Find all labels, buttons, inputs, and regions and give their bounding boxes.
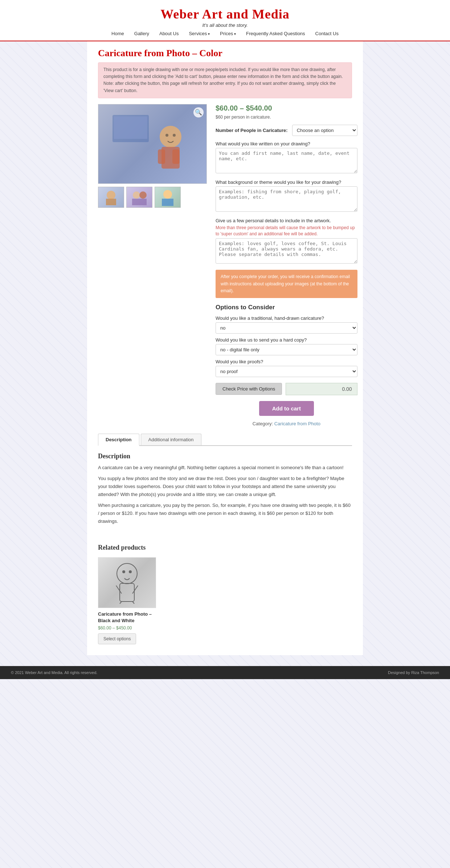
svg-point-16 [122, 570, 125, 573]
svg-rect-18 [120, 583, 134, 602]
svg-point-7 [173, 134, 176, 137]
related-image-placeholder [98, 558, 156, 608]
nav-home[interactable]: Home [111, 31, 124, 36]
thumbnail-row [98, 187, 207, 208]
category-link[interactable]: Caricature from Photo [274, 421, 320, 426]
nav-faq[interactable]: Frequently Asked Questions [246, 31, 305, 36]
tab-additional-info[interactable]: Additional information [141, 434, 201, 445]
proofs-label: Would you like proofs? [216, 359, 357, 364]
svg-rect-5 [172, 149, 180, 164]
nav-services[interactable]: Services [189, 31, 210, 36]
hard-copy-option: Would you like us to send you a hard cop… [216, 337, 357, 355]
related-products-section: Related products [98, 544, 352, 644]
desc-paragraph-3: When purchasing a caricature, you pay by… [98, 501, 352, 525]
hard-copy-select[interactable]: no - digital file only yes [216, 344, 357, 355]
svg-point-15 [117, 563, 137, 584]
traditional-label: Would you like a traditional, hand-drawn… [216, 315, 357, 321]
svg-point-6 [165, 134, 168, 137]
site-header: Weber Art and Media It's all about the s… [0, 0, 450, 41]
price-range: $60.00 – $540.00 [216, 104, 357, 112]
number-of-people-select[interactable]: Choose an option 1 2 3 4 5 6 [292, 125, 357, 136]
related-image-1[interactable] [98, 557, 156, 608]
nav-gallery[interactable]: Gallery [134, 31, 149, 36]
written-textarea[interactable] [216, 148, 357, 173]
svg-point-8 [107, 191, 115, 199]
product-info: $60.00 – $540.00 $60 per person in caric… [216, 104, 357, 426]
product-layout: 🔍 [98, 104, 352, 426]
check-price-row: Check Price with Options 0.00 [216, 383, 357, 395]
svg-point-11 [139, 191, 147, 199]
tab-description[interactable]: Description [98, 434, 139, 446]
svg-rect-12 [132, 199, 147, 205]
personal-label: Give us a few personal details to includ… [216, 218, 357, 223]
svg-rect-1 [114, 116, 147, 139]
svg-point-2 [160, 126, 181, 148]
nav-about[interactable]: About Us [159, 31, 179, 36]
alert-box: This product is for a single drawing wit… [98, 62, 352, 98]
hard-copy-label: Would you like us to send you a hard cop… [216, 337, 357, 343]
svg-rect-9 [106, 199, 116, 205]
site-footer: © 2021 Weber Art and Media. All rights r… [0, 666, 450, 679]
options-section: Options to Consider Would you like a tra… [216, 304, 357, 377]
related-title: Related products [98, 544, 352, 551]
personal-note: More than three personal details will ca… [216, 225, 357, 237]
product-title: Caricature from Photo – Color [98, 41, 352, 62]
svg-line-19 [116, 586, 122, 594]
main-image-placeholder [98, 104, 206, 183]
related-select-button-1[interactable]: Select options [98, 633, 136, 644]
svg-point-13 [163, 190, 172, 199]
product-images: 🔍 [98, 104, 207, 426]
people-field-row: Number of People in Caricature: Choose a… [216, 125, 357, 136]
category-label: Category: [253, 421, 273, 426]
svg-line-21 [120, 602, 122, 604]
related-price-1: $60.00 – $450.00 [98, 625, 156, 631]
proofs-select[interactable]: no proof yes - 1 proof yes - 2 proofs [216, 366, 357, 377]
nav-contact[interactable]: Contact Us [315, 31, 339, 36]
site-title: Weber Art and Media [0, 7, 450, 22]
written-group: What would you like written on your draw… [216, 141, 357, 174]
add-to-cart-button[interactable]: Add to cart [259, 401, 314, 416]
footer-copyright: © 2021 Weber Art and Media. All rights r… [11, 670, 97, 675]
thumbnail-2[interactable] [126, 187, 152, 208]
background-group: What background or theme would you like … [216, 179, 357, 213]
product-tabs: Description Additional information [98, 434, 352, 446]
footer-designed-by: Designed by [388, 670, 410, 675]
description-section: Description A caricature can be a very m… [98, 446, 352, 535]
related-grid: Caricature from Photo – Black and White … [98, 557, 352, 644]
personal-textarea[interactable] [216, 238, 357, 264]
thumbnail-3[interactable] [155, 187, 181, 208]
page-wrapper: Caricature from Photo – Color This produ… [87, 41, 363, 655]
related-name-1: Caricature from Photo – Black and White [98, 611, 156, 624]
background-textarea[interactable] [216, 186, 357, 212]
related-item-1: Caricature from Photo – Black and White … [98, 557, 156, 644]
category-line: Category: Caricature from Photo [216, 421, 357, 426]
price-note: $60 per person in caricature. [216, 115, 357, 120]
svg-line-20 [132, 586, 138, 594]
options-title: Options to Consider [216, 304, 357, 311]
price-display: 0.00 [286, 383, 357, 395]
svg-rect-14 [162, 199, 173, 206]
svg-line-22 [132, 602, 134, 604]
footer-credit: Designed by Riza Thompson [388, 670, 439, 675]
people-label: Number of People in Caricature: [216, 128, 288, 133]
add-to-cart-wrap: Add to cart [216, 401, 357, 416]
traditional-option: Would you like a traditional, hand-drawn… [216, 315, 357, 334]
traditional-select[interactable]: no yes [216, 322, 357, 334]
zoom-icon[interactable]: 🔍 [193, 107, 204, 117]
desc-paragraph-1: A caricature can be a very meaningful gi… [98, 464, 352, 472]
main-product-image: 🔍 [98, 104, 207, 184]
description-title: Description [98, 452, 352, 460]
check-price-button[interactable]: Check Price with Options [216, 383, 282, 395]
info-orange-box: After you complete your order, you will … [216, 270, 357, 298]
desc-paragraph-2: You supply a few photos and the story an… [98, 475, 352, 499]
nav-prices[interactable]: Prices [220, 31, 236, 36]
site-tagline: It's all about the story. [0, 22, 450, 28]
proofs-option: Would you like proofs? no proof yes - 1 … [216, 359, 357, 377]
svg-point-17 [129, 570, 132, 573]
footer-designer-link[interactable]: Riza Thompson [411, 670, 439, 675]
written-label: What would you like written on your draw… [216, 141, 357, 146]
svg-rect-4 [158, 149, 165, 164]
thumbnail-1[interactable] [98, 187, 124, 208]
site-nav: Home Gallery About Us Services Prices Fr… [0, 28, 450, 38]
svg-point-10 [133, 191, 140, 199]
